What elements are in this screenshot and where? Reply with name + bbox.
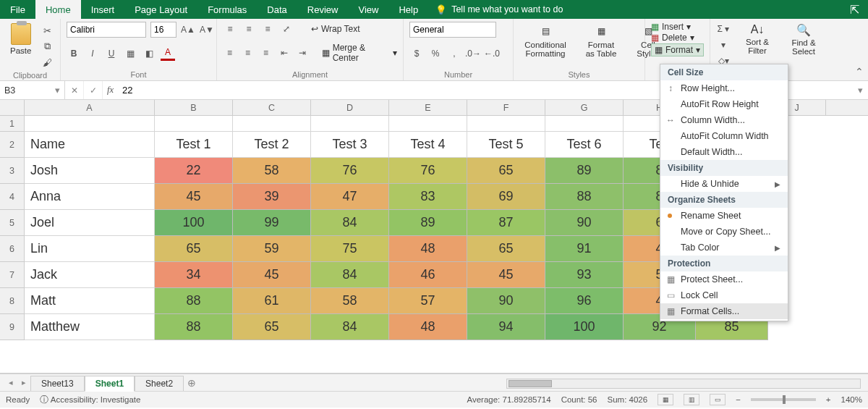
orientation-button[interactable]: ⤢ <box>279 22 294 36</box>
cell-E2[interactable]: Test 4 <box>389 132 467 158</box>
align-center-button[interactable]: ≡ <box>241 46 255 60</box>
row-header-5[interactable]: 5 <box>0 210 25 236</box>
cell-G9[interactable]: 100 <box>545 314 624 340</box>
decrease-indent-button[interactable]: ⇤ <box>277 46 291 60</box>
cell-A6[interactable]: Lin <box>25 236 155 262</box>
sheet-tab-2[interactable]: Sheet2 <box>135 376 184 391</box>
row-header-6[interactable]: 6 <box>0 236 25 262</box>
format-menu-item[interactable]: AutoFit Row Height <box>660 96 788 112</box>
col-header-F[interactable]: F <box>467 100 545 115</box>
cell-C8[interactable]: 61 <box>233 288 311 314</box>
cell-E1[interactable] <box>389 116 467 132</box>
tell-me-search[interactable]: 💡 Tell me what you want to do <box>428 0 570 19</box>
cell-F9[interactable]: 94 <box>467 314 545 340</box>
align-bottom-button[interactable]: ≡ <box>260 22 275 36</box>
cell-E9[interactable]: 48 <box>389 314 467 340</box>
cell-F3[interactable]: 65 <box>467 158 545 184</box>
format-as-table-button[interactable]: ▦Format as Table <box>579 22 624 59</box>
new-sheet-button[interactable]: ⊕ <box>184 376 200 389</box>
cell-G8[interactable]: 96 <box>545 288 624 314</box>
cell-E4[interactable]: 83 <box>389 184 467 210</box>
zoom-level[interactable]: 140% <box>841 395 862 404</box>
row-header-9[interactable]: 9 <box>0 314 25 340</box>
cell-E7[interactable]: 46 <box>389 262 467 288</box>
cell-A7[interactable]: Jack <box>25 262 155 288</box>
sheet-nav-prev[interactable]: ◂ <box>4 378 17 387</box>
format-menu-item[interactable]: Move or Copy Sheet... <box>660 224 788 240</box>
font-size-select[interactable] <box>150 22 176 38</box>
cancel-formula-button[interactable]: ✕ <box>65 81 84 99</box>
view-page-break-button[interactable]: ▭ <box>710 394 726 405</box>
decrease-font-button[interactable]: A▼ <box>200 22 214 37</box>
cell-A5[interactable]: Joel <box>25 210 155 236</box>
cell-A9[interactable]: Matthew <box>25 314 155 340</box>
format-painter-button[interactable]: 🖌 <box>40 55 54 69</box>
cell-B7[interactable]: 34 <box>155 262 233 288</box>
sheet-tab-0[interactable]: Sheet13 <box>30 376 85 391</box>
conditional-formatting-button[interactable]: ▤Conditional Formatting <box>519 22 571 59</box>
font-name-select[interactable] <box>67 22 146 38</box>
cell-G2[interactable]: Test 6 <box>545 132 624 158</box>
tab-home[interactable]: Home <box>35 0 81 19</box>
cell-C5[interactable]: 99 <box>233 210 311 236</box>
format-menu-item[interactable]: Rename Sheet <box>660 208 788 224</box>
view-normal-button[interactable]: ▦ <box>658 394 673 405</box>
number-format-select[interactable] <box>409 22 496 38</box>
cell-G7[interactable]: 93 <box>545 262 624 288</box>
cell-B6[interactable]: 65 <box>155 236 233 262</box>
cell-F2[interactable]: Test 5 <box>467 132 545 158</box>
cell-E6[interactable]: 48 <box>389 236 467 262</box>
collapse-ribbon-button[interactable]: ⌃ <box>855 66 864 77</box>
cell-C7[interactable]: 45 <box>233 262 311 288</box>
cell-E5[interactable]: 89 <box>389 210 467 236</box>
tab-review[interactable]: Review <box>297 0 349 19</box>
format-menu-item[interactable]: ↔Column Width... <box>660 112 788 128</box>
cell-C4[interactable]: 39 <box>233 184 311 210</box>
select-all-corner[interactable] <box>0 100 25 115</box>
hscroll-thumb[interactable] <box>509 380 552 387</box>
cell-D4[interactable]: 47 <box>311 184 389 210</box>
format-menu-item[interactable]: ▭Lock Cell <box>660 287 788 303</box>
increase-indent-button[interactable]: ⇥ <box>295 46 309 60</box>
cell-A1[interactable] <box>25 116 155 132</box>
format-menu-item[interactable]: Hide & Unhide▶ <box>660 176 788 192</box>
zoom-out-button[interactable]: − <box>736 395 741 404</box>
cell-D7[interactable]: 84 <box>311 262 389 288</box>
cell-D3[interactable]: 76 <box>311 158 389 184</box>
cell-A8[interactable]: Matt <box>25 288 155 314</box>
find-select-button[interactable]: 🔍Find & Select <box>784 22 823 57</box>
cell-C3[interactable]: 58 <box>233 158 311 184</box>
cell-G6[interactable]: 91 <box>545 236 624 262</box>
row-header-4[interactable]: 4 <box>0 184 25 210</box>
cell-E3[interactable]: 76 <box>389 158 467 184</box>
format-menu-item[interactable]: ▦Protect Sheet... <box>660 271 788 287</box>
horizontal-scrollbar[interactable] <box>506 379 861 389</box>
name-box[interactable]: B3▾ <box>0 81 65 99</box>
cell-C6[interactable]: 59 <box>233 236 311 262</box>
percent-format-button[interactable]: % <box>428 46 443 61</box>
col-header-G[interactable]: G <box>545 100 624 115</box>
cell-F7[interactable]: 45 <box>467 262 545 288</box>
italic-button[interactable]: I <box>85 46 100 61</box>
tab-page-layout[interactable]: Page Layout <box>124 0 197 19</box>
insert-cells-button[interactable]: ▦Insert ▾ <box>651 22 704 32</box>
row-header-7[interactable]: 7 <box>0 262 25 288</box>
cell-B4[interactable]: 45 <box>155 184 233 210</box>
cell-B8[interactable]: 88 <box>155 288 233 314</box>
cell-C1[interactable] <box>233 116 311 132</box>
zoom-slider[interactable] <box>751 398 816 401</box>
font-color-button[interactable]: A <box>161 46 175 61</box>
align-middle-button[interactable]: ≡ <box>242 22 256 36</box>
decrease-decimal-button[interactable]: ←.0 <box>485 46 499 61</box>
col-header-B[interactable]: B <box>155 100 233 115</box>
wrap-text-button[interactable]: ↩Wrap Text <box>311 24 360 34</box>
align-top-button[interactable]: ≡ <box>223 22 237 36</box>
cell-A2[interactable]: Name <box>25 132 155 158</box>
autosum-button[interactable]: Σ ▾ <box>716 22 731 36</box>
increase-font-button[interactable]: A▲ <box>181 22 195 37</box>
tab-file[interactable]: File <box>0 0 35 19</box>
format-menu-item[interactable]: Default Width... <box>660 144 788 160</box>
cell-D1[interactable] <box>311 116 389 132</box>
fill-button[interactable]: ▾ <box>716 38 731 52</box>
underline-button[interactable]: U <box>104 46 119 61</box>
